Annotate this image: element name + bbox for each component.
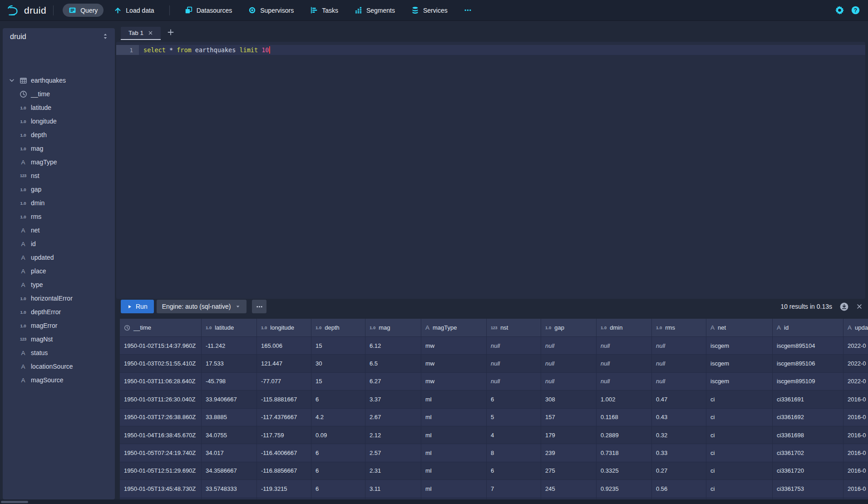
cell[interactable]: 30 (311, 355, 365, 372)
navbar-item-datasources[interactable]: Datasources (179, 4, 238, 17)
tree-item-rms[interactable]: 1.0rms (3, 210, 115, 223)
cell[interactable]: 3.37 (365, 390, 421, 408)
cell[interactable]: 17.533 (202, 355, 257, 372)
cell[interactable]: 0.09 (311, 426, 365, 444)
cell[interactable]: null (652, 337, 706, 355)
cell[interactable]: 6 (487, 462, 541, 480)
cell[interactable]: 2016-0 (843, 444, 868, 462)
cell[interactable]: iscgem895104 (773, 337, 843, 355)
cell[interactable]: ci (706, 480, 773, 498)
cell[interactable]: mw (421, 355, 487, 372)
cell[interactable]: ci (706, 426, 773, 444)
cell[interactable]: 2022-0 (843, 337, 868, 355)
cell[interactable]: 121.447 (257, 355, 311, 372)
cell[interactable]: -77.077 (257, 373, 311, 390)
cell[interactable]: -11.242 (202, 337, 257, 355)
tree-item-magSource[interactable]: AmagSource (3, 373, 115, 387)
double-caret-icon[interactable] (102, 33, 109, 40)
tree-item-updated[interactable]: Aupdated (3, 251, 115, 264)
cell[interactable]: 15 (311, 373, 365, 390)
column-header-dmin[interactable]: 1.0dmin (597, 319, 652, 337)
cell[interactable]: iscgem895106 (773, 355, 843, 372)
cell[interactable]: ci3361692 (773, 409, 843, 426)
tree-item-latitude[interactable]: 1.0latitude (3, 101, 115, 114)
cell[interactable]: 5 (487, 409, 541, 426)
cell[interactable]: null (652, 373, 706, 390)
cell[interactable]: -45.798 (202, 373, 257, 390)
cell[interactable]: -117.759 (257, 426, 311, 444)
cell[interactable]: 7 (487, 480, 541, 498)
cell[interactable]: 0.27 (652, 462, 706, 480)
cell[interactable]: 0.56 (652, 480, 706, 498)
cell[interactable]: ci3361702 (773, 444, 843, 462)
cell[interactable]: ci (706, 390, 773, 408)
cell[interactable]: mw (421, 337, 487, 355)
cell[interactable]: null (541, 373, 597, 390)
cell[interactable]: ci (706, 444, 773, 462)
tree-item-magType[interactable]: AmagType (3, 155, 115, 169)
navbar-item-supervisors[interactable]: Supervisors (242, 4, 300, 17)
column-header-depth[interactable]: 1.0depth (311, 319, 365, 337)
query-more-button[interactable] (252, 300, 266, 313)
cell[interactable]: iscgem (706, 355, 773, 372)
tree-item-net[interactable]: Anet (3, 223, 115, 237)
column-header-longitude[interactable]: 1.0longitude (257, 319, 311, 337)
column-header-rms[interactable]: 1.0rms (652, 319, 706, 337)
run-button[interactable]: Run (121, 300, 154, 313)
cell[interactable]: 0.9235 (597, 480, 652, 498)
cell[interactable]: 1.002 (597, 390, 652, 408)
tree-item-magError[interactable]: 1.0magError (3, 319, 115, 332)
tree-item-locationSource[interactable]: AlocationSource (3, 360, 115, 373)
cell[interactable]: -116.8856667 (257, 462, 311, 480)
cell[interactable]: 245 (541, 480, 597, 498)
cell[interactable]: ci (706, 409, 773, 426)
cell[interactable]: null (541, 337, 597, 355)
cell[interactable]: 4 (487, 426, 541, 444)
cell[interactable]: 6.5 (365, 355, 421, 372)
cell[interactable]: 0.3325 (597, 462, 652, 480)
horizontal-scrollbar-thumb[interactable] (1, 501, 28, 503)
column-header-id[interactable]: Aid (773, 319, 843, 337)
tree-item-status[interactable]: Astatus (3, 346, 115, 360)
cell[interactable]: 2016-0 (843, 409, 868, 426)
cell[interactable]: -116.4006667 (257, 444, 311, 462)
cell[interactable]: -115.8881667 (257, 390, 311, 408)
cell[interactable]: ci3361753 (773, 480, 843, 498)
cell[interactable]: 1950-01-05T13:45:48.730Z (120, 480, 202, 498)
cell[interactable]: ml (421, 426, 487, 444)
column-header-mag[interactable]: 1.0mag (365, 319, 421, 337)
cell[interactable]: 2022-0 (843, 355, 868, 372)
druid-logo-icon[interactable] (6, 4, 20, 17)
navbar-item-services[interactable]: Services (405, 4, 454, 17)
cell[interactable]: 308 (541, 390, 597, 408)
tree-item-__time[interactable]: __time (3, 87, 115, 101)
cell[interactable]: 2.12 (365, 426, 421, 444)
cell[interactable]: 2022-0 (843, 373, 868, 390)
cell[interactable]: null (652, 355, 706, 372)
tree-item-type[interactable]: Atype (3, 278, 115, 292)
navbar-more-button[interactable] (458, 4, 478, 17)
tree-item-magNst[interactable]: 123magNst (3, 332, 115, 346)
column-header-gap[interactable]: 1.0gap (541, 319, 597, 337)
cell[interactable]: iscgem (706, 373, 773, 390)
cell[interactable]: 6.27 (365, 373, 421, 390)
cell[interactable]: ci3361698 (773, 426, 843, 444)
cell[interactable]: ml (421, 462, 487, 480)
cell[interactable]: 0.33 (652, 444, 706, 462)
cell[interactable]: 239 (541, 444, 597, 462)
cell[interactable]: 2.31 (365, 462, 421, 480)
tree-item-mag[interactable]: 1.0mag (3, 142, 115, 155)
cell[interactable]: 2016-0 (843, 462, 868, 480)
tree-item-nst[interactable]: 123nst (3, 169, 115, 183)
cell[interactable]: 1950-01-03T11:26:30.040Z (120, 390, 202, 408)
tree-item-depthError[interactable]: 1.0depthError (3, 305, 115, 319)
cell[interactable]: 2.67 (365, 409, 421, 426)
cell[interactable]: 8 (487, 444, 541, 462)
tree-item-horizontalError[interactable]: 1.0horizontalError (3, 292, 115, 305)
navbar-item-tasks[interactable]: Tasks (304, 4, 344, 17)
cell[interactable]: null (541, 355, 597, 372)
cell[interactable]: 1950-01-03T17:26:38.860Z (120, 409, 202, 426)
cell[interactable]: 6 (311, 480, 365, 498)
cell[interactable]: 1950-01-04T16:38:45.670Z (120, 426, 202, 444)
cell[interactable]: ml (421, 444, 487, 462)
